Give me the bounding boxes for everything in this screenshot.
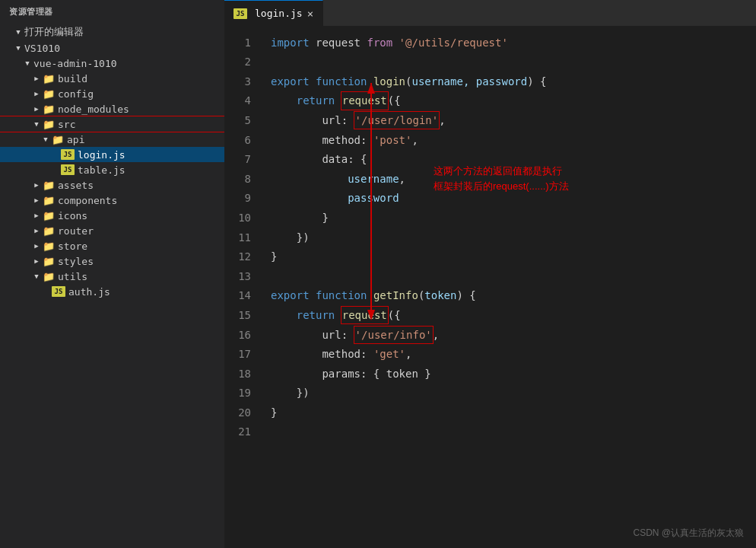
sidebar-item-icons[interactable]: 📁 icons bbox=[0, 208, 224, 223]
token: } bbox=[322, 209, 328, 226]
sidebar-item-utils[interactable]: 📁 utils bbox=[0, 269, 224, 284]
folder-icon: 📁 bbox=[43, 271, 55, 282]
indent bbox=[271, 132, 322, 148]
code-line-1: import request from '@/utils/request' bbox=[271, 33, 756, 53]
indent bbox=[271, 346, 322, 362]
sidebar-item-components[interactable]: 📁 components bbox=[0, 193, 224, 208]
prop: url: bbox=[322, 112, 354, 129]
code-line-15: return request ({ bbox=[271, 305, 756, 325]
url-value-info: '/user/info' bbox=[354, 327, 433, 343]
token: , bbox=[411, 132, 418, 148]
folder-icon: 📁 bbox=[52, 134, 64, 145]
sidebar-item-build[interactable]: 📁 build bbox=[0, 71, 224, 86]
token: params: { token } bbox=[322, 365, 430, 382]
js-file-icon: JS bbox=[61, 164, 75, 175]
keyword: return bbox=[297, 307, 341, 323]
arrow-right-icon bbox=[30, 179, 43, 191]
js-file-icon: JS bbox=[52, 286, 65, 297]
sidebar-item-styles[interactable]: 📁 styles bbox=[0, 253, 224, 269]
code-line-12: } bbox=[271, 247, 756, 267]
folder-label: store bbox=[58, 241, 87, 252]
function-name: getInfo bbox=[373, 287, 418, 304]
folder-label: build bbox=[58, 73, 87, 84]
sidebar-item-auth[interactable]: JS auth.js bbox=[0, 284, 224, 299]
code-line-14: export function getInfo ( token ) { bbox=[271, 286, 756, 306]
sidebar-item-node-modules[interactable]: 📁 node_modules bbox=[0, 101, 224, 116]
sidebar-item-config[interactable]: 📁 config bbox=[0, 86, 224, 101]
arrow-down-icon bbox=[21, 57, 33, 69]
from-keyword: from bbox=[367, 34, 392, 51]
prop-username: username bbox=[348, 170, 399, 187]
sidebar-project[interactable]: VS1010 bbox=[0, 40, 224, 56]
folder-label: router bbox=[58, 225, 94, 237]
indent bbox=[271, 365, 322, 382]
folder-label: icons bbox=[58, 210, 87, 221]
code-editor: 12345 678910 1112131415 1617181920 21 im… bbox=[224, 27, 756, 548]
arrow-right-icon bbox=[30, 225, 43, 237]
tab-close-button[interactable]: × bbox=[307, 8, 313, 20]
token: , bbox=[439, 112, 445, 129]
file-label: login.js bbox=[78, 149, 125, 161]
arrow-right-icon bbox=[30, 103, 43, 115]
token: } bbox=[271, 404, 277, 421]
indent bbox=[271, 307, 297, 323]
folder-icon: 📁 bbox=[43, 180, 55, 191]
sidebar-item-login[interactable]: JS login.js bbox=[0, 147, 224, 162]
open-editors-label: 打开的编辑器 bbox=[24, 25, 84, 39]
folder-icon: 📁 bbox=[43, 241, 55, 252]
code-line-6: method: 'post' , bbox=[271, 130, 756, 150]
indent bbox=[271, 209, 322, 226]
tab-login[interactable]: JS login.js × bbox=[224, 0, 323, 27]
string: 'get' bbox=[373, 346, 405, 362]
url-value-login: '/user/login' bbox=[354, 112, 440, 129]
code-line-11: }) bbox=[271, 228, 756, 247]
folder-label: components bbox=[58, 195, 117, 206]
project-label: VS1010 bbox=[24, 43, 60, 54]
indent bbox=[271, 151, 322, 167]
sidebar-item-src[interactable]: 📁 src bbox=[0, 116, 224, 132]
tab-bar: JS login.js × bbox=[224, 0, 756, 27]
keyword: function bbox=[316, 73, 373, 90]
token: , bbox=[405, 346, 411, 362]
file-label: auth.js bbox=[68, 286, 110, 298]
indent bbox=[271, 190, 348, 206]
request-token-1: request bbox=[341, 92, 388, 109]
token: , bbox=[433, 327, 439, 343]
arrow-right-icon bbox=[30, 209, 43, 221]
sidebar-item-router[interactable]: 📁 router bbox=[0, 223, 224, 238]
code-line-3: export function login ( username, passwo… bbox=[271, 72, 756, 91]
code-line-5: url: '/user/login' , bbox=[271, 110, 756, 130]
token: }) bbox=[297, 384, 310, 401]
arrow-down-icon bbox=[30, 270, 43, 282]
sidebar-section-open[interactable]: 打开的编辑器 bbox=[0, 24, 224, 40]
annotation-text: 这两个方法的返回值都是执行 框架封装后的request(......)方法 bbox=[434, 164, 569, 193]
keyword: import bbox=[271, 34, 316, 51]
sidebar-header: 资源管理器 bbox=[0, 0, 224, 24]
tab-label: login.js bbox=[255, 8, 303, 19]
token: ({ bbox=[388, 307, 401, 323]
folder-icon: 📁 bbox=[43, 256, 55, 267]
sidebar-item-assets[interactable]: 📁 assets bbox=[0, 177, 224, 193]
code-line-2 bbox=[271, 53, 756, 72]
param: token bbox=[424, 287, 456, 304]
code-line-19: }) bbox=[271, 384, 756, 403]
token: ({ bbox=[388, 92, 401, 109]
code-line-20: } bbox=[271, 403, 756, 422]
sidebar-item-root[interactable]: vue-admin-1010 bbox=[0, 56, 224, 71]
arrow-right-icon bbox=[30, 240, 43, 252]
line-numbers: 12345 678910 1112131415 1617181920 21 bbox=[224, 27, 259, 548]
folder-label: utils bbox=[58, 271, 87, 282]
code-line-10: } bbox=[271, 208, 756, 228]
indent bbox=[271, 384, 297, 401]
sidebar-item-api[interactable]: 📁 api bbox=[0, 132, 224, 147]
js-file-icon: JS bbox=[233, 8, 247, 19]
sidebar-item-store[interactable]: 📁 store bbox=[0, 238, 224, 253]
token: }) bbox=[297, 229, 310, 246]
request-token-2: request bbox=[341, 307, 388, 323]
js-file-icon: JS bbox=[61, 149, 75, 160]
code-line-21 bbox=[271, 422, 756, 442]
sidebar-item-table[interactable]: JS table.js bbox=[0, 162, 224, 177]
arrow-down-icon bbox=[30, 118, 43, 130]
arrow-down-icon bbox=[12, 42, 24, 54]
code-line-13 bbox=[271, 266, 756, 286]
